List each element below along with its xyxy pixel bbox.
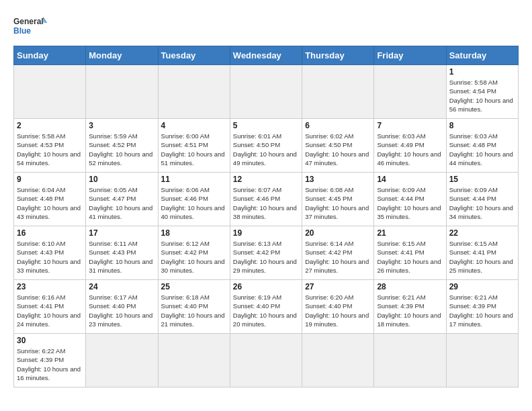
table-cell: 11Sunrise: 6:06 AMSunset: 4:46 PMDayligh… <box>158 173 230 226</box>
table-cell <box>374 334 446 387</box>
day-info: Sunrise: 6:21 AMSunset: 4:39 PMDaylight:… <box>377 293 443 328</box>
day-number: 24 <box>89 282 154 291</box>
day-info: Sunrise: 6:05 AMSunset: 4:47 PMDaylight:… <box>89 185 154 221</box>
day-info: Sunrise: 6:21 AMSunset: 4:39 PMDaylight:… <box>449 293 515 328</box>
table-cell <box>158 65 230 119</box>
calendar-row-5: 23Sunrise: 6:16 AMSunset: 4:41 PMDayligh… <box>14 280 519 334</box>
day-info: Sunrise: 6:08 AMSunset: 4:45 PMDaylight:… <box>305 185 371 221</box>
day-info: Sunrise: 5:59 AMSunset: 4:52 PMDaylight:… <box>89 132 154 167</box>
day-number: 17 <box>89 228 154 238</box>
header-monday: Monday <box>86 46 158 65</box>
table-cell: 13Sunrise: 6:08 AMSunset: 4:45 PMDayligh… <box>302 173 374 226</box>
table-cell: 17Sunrise: 6:11 AMSunset: 4:43 PMDayligh… <box>86 226 158 280</box>
day-number: 25 <box>161 282 227 291</box>
day-info: Sunrise: 6:02 AMSunset: 4:50 PMDaylight:… <box>305 132 371 167</box>
day-info: Sunrise: 6:00 AMSunset: 4:51 PMDaylight:… <box>161 132 227 167</box>
table-cell: 28Sunrise: 6:21 AMSunset: 4:39 PMDayligh… <box>374 280 446 334</box>
day-info: Sunrise: 6:15 AMSunset: 4:41 PMDaylight:… <box>377 239 443 275</box>
table-cell: 20Sunrise: 6:14 AMSunset: 4:42 PMDayligh… <box>302 226 374 280</box>
calendar-row-6: 30Sunrise: 6:22 AMSunset: 4:39 PMDayligh… <box>14 334 519 387</box>
table-cell: 7Sunrise: 6:03 AMSunset: 4:49 PMDaylight… <box>374 119 446 173</box>
day-number: 11 <box>161 175 227 184</box>
table-cell <box>302 334 374 387</box>
table-cell <box>14 65 86 119</box>
header-tuesday: Tuesday <box>158 46 230 65</box>
table-cell: 8Sunrise: 6:03 AMSunset: 4:48 PMDaylight… <box>446 119 518 173</box>
table-cell: 16Sunrise: 6:10 AMSunset: 4:43 PMDayligh… <box>14 226 86 280</box>
day-number: 12 <box>233 175 299 184</box>
table-cell: 18Sunrise: 6:12 AMSunset: 4:42 PMDayligh… <box>158 226 230 280</box>
day-info: Sunrise: 6:06 AMSunset: 4:46 PMDaylight:… <box>161 185 227 221</box>
day-number: 28 <box>377 282 443 291</box>
table-cell: 27Sunrise: 6:20 AMSunset: 4:40 PMDayligh… <box>302 280 374 334</box>
table-cell <box>86 65 158 119</box>
table-cell <box>86 334 158 387</box>
day-number: 19 <box>233 228 299 238</box>
day-number: 9 <box>17 175 83 184</box>
header-sunday: Sunday <box>14 46 86 65</box>
table-cell: 26Sunrise: 6:19 AMSunset: 4:40 PMDayligh… <box>230 280 302 334</box>
table-cell: 6Sunrise: 6:02 AMSunset: 4:50 PMDaylight… <box>302 119 374 173</box>
svg-text:Blue: Blue <box>13 26 31 36</box>
page: General Blue Sunday Monday Tuesday Wedne… <box>0 0 532 394</box>
day-info: Sunrise: 6:20 AMSunset: 4:40 PMDaylight:… <box>305 293 371 328</box>
day-number: 7 <box>377 121 443 130</box>
day-number: 27 <box>305 282 371 291</box>
calendar-table: Sunday Monday Tuesday Wednesday Thursday… <box>13 46 519 387</box>
day-number: 16 <box>17 228 83 238</box>
table-cell: 2Sunrise: 5:58 AMSunset: 4:53 PMDaylight… <box>14 119 86 173</box>
day-number: 3 <box>89 121 154 130</box>
day-info: Sunrise: 6:18 AMSunset: 4:40 PMDaylight:… <box>161 293 227 328</box>
header-saturday: Saturday <box>446 46 518 65</box>
calendar-row-2: 2Sunrise: 5:58 AMSunset: 4:53 PMDaylight… <box>14 119 519 173</box>
table-cell: 4Sunrise: 6:00 AMSunset: 4:51 PMDaylight… <box>158 119 230 173</box>
day-info: Sunrise: 5:58 AMSunset: 4:54 PMDaylight:… <box>449 78 515 113</box>
table-cell <box>302 65 374 119</box>
day-number: 13 <box>305 175 371 184</box>
header-thursday: Thursday <box>302 46 374 65</box>
table-cell <box>230 65 302 119</box>
day-info: Sunrise: 6:10 AMSunset: 4:43 PMDaylight:… <box>17 239 83 275</box>
table-cell <box>446 334 518 387</box>
day-info: Sunrise: 6:13 AMSunset: 4:42 PMDaylight:… <box>233 239 299 275</box>
table-cell <box>374 65 446 119</box>
svg-text:General: General <box>13 17 44 26</box>
day-info: Sunrise: 6:12 AMSunset: 4:42 PMDaylight:… <box>161 239 227 275</box>
table-cell <box>230 334 302 387</box>
day-number: 22 <box>449 228 515 238</box>
day-info: Sunrise: 6:01 AMSunset: 4:50 PMDaylight:… <box>233 132 299 167</box>
table-cell: 29Sunrise: 6:21 AMSunset: 4:39 PMDayligh… <box>446 280 518 334</box>
table-cell: 10Sunrise: 6:05 AMSunset: 4:47 PMDayligh… <box>86 173 158 226</box>
table-cell: 1Sunrise: 5:58 AMSunset: 4:54 PMDaylight… <box>446 65 518 119</box>
day-info: Sunrise: 6:07 AMSunset: 4:46 PMDaylight:… <box>233 185 299 221</box>
calendar-row-3: 9Sunrise: 6:04 AMSunset: 4:48 PMDaylight… <box>14 173 519 226</box>
table-cell: 22Sunrise: 6:15 AMSunset: 4:41 PMDayligh… <box>446 226 518 280</box>
day-number: 6 <box>305 121 371 130</box>
day-info: Sunrise: 6:17 AMSunset: 4:40 PMDaylight:… <box>89 293 154 328</box>
day-number: 18 <box>161 228 227 238</box>
day-number: 14 <box>377 175 443 184</box>
day-info: Sunrise: 6:03 AMSunset: 4:49 PMDaylight:… <box>377 132 443 167</box>
table-cell: 25Sunrise: 6:18 AMSunset: 4:40 PMDayligh… <box>158 280 230 334</box>
day-info: Sunrise: 6:16 AMSunset: 4:41 PMDaylight:… <box>17 293 83 328</box>
weekday-header-row: Sunday Monday Tuesday Wednesday Thursday… <box>14 46 519 65</box>
table-cell: 14Sunrise: 6:09 AMSunset: 4:44 PMDayligh… <box>374 173 446 226</box>
table-cell: 15Sunrise: 6:09 AMSunset: 4:44 PMDayligh… <box>446 173 518 226</box>
day-number: 1 <box>449 67 515 77</box>
day-info: Sunrise: 6:14 AMSunset: 4:42 PMDaylight:… <box>305 239 371 275</box>
logo-svg: General Blue <box>13 13 47 40</box>
day-number: 26 <box>233 282 299 291</box>
day-number: 5 <box>233 121 299 130</box>
day-info: Sunrise: 6:04 AMSunset: 4:48 PMDaylight:… <box>17 185 83 221</box>
day-number: 23 <box>17 282 83 291</box>
day-number: 2 <box>17 121 83 130</box>
day-number: 15 <box>449 175 515 184</box>
day-info: Sunrise: 6:03 AMSunset: 4:48 PMDaylight:… <box>449 132 515 167</box>
header-friday: Friday <box>374 46 446 65</box>
table-cell: 9Sunrise: 6:04 AMSunset: 4:48 PMDaylight… <box>14 173 86 226</box>
table-cell: 24Sunrise: 6:17 AMSunset: 4:40 PMDayligh… <box>86 280 158 334</box>
table-cell: 19Sunrise: 6:13 AMSunset: 4:42 PMDayligh… <box>230 226 302 280</box>
day-info: Sunrise: 6:09 AMSunset: 4:44 PMDaylight:… <box>449 185 515 221</box>
day-number: 20 <box>305 228 371 238</box>
day-info: Sunrise: 6:15 AMSunset: 4:41 PMDaylight:… <box>449 239 515 275</box>
